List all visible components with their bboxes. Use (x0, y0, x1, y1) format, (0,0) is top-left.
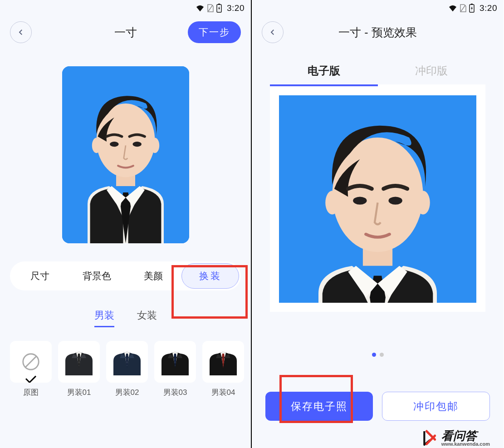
gender-female-tab[interactable]: 女装 (137, 309, 157, 327)
none-icon (20, 351, 41, 372)
preview-tab-digital[interactable]: 电子版 (270, 57, 378, 84)
outfit-label: 男装02 (106, 387, 148, 398)
dot-1 (372, 353, 376, 357)
outfit-label: 男装04 (202, 387, 244, 398)
watermark-url: www.kanwenda.com (441, 442, 490, 447)
sim-icon (207, 4, 214, 13)
watermark-title: 看问答 (441, 430, 490, 442)
outfit-label: 原图 (10, 387, 52, 398)
page-title: 一寸 - 预览效果 (252, 25, 504, 40)
print-ship-button[interactable]: 冲印包邮 (382, 392, 490, 421)
battery-icon (469, 3, 475, 13)
back-button[interactable] (10, 21, 32, 43)
preview-tab-print[interactable]: 冲印版 (378, 57, 486, 84)
action-buttons: 保存电子照 冲印包邮 (252, 392, 504, 421)
preview-screen: 3:20 一寸 - 预览效果 电子版 冲印版 保存电子照 冲印包邮 (252, 0, 504, 448)
tool-tabs: 尺寸 背景色 美颜 换装 (10, 261, 241, 290)
outfit-male-01[interactable]: 男装01 (58, 341, 100, 398)
editor-screen: 3:20 一寸 下一步 尺寸 背景色 美颜 换装 男装 女装 (0, 0, 252, 448)
header: 一寸 下一步 (0, 16, 251, 48)
gender-tabs: 男装 女装 (0, 309, 251, 327)
preview-card (270, 84, 485, 312)
outfit-male-03[interactable]: 男装03 (154, 341, 196, 398)
outfit-male-02[interactable]: 男装02 (106, 341, 148, 398)
outfit-list[interactable]: 原图 男装01 男装02 男装03 男装04 (0, 327, 251, 398)
tool-beauty[interactable]: 美颜 (125, 263, 182, 289)
header: 一寸 - 预览效果 (252, 16, 504, 48)
svg-line-7 (208, 5, 213, 11)
preview-image (279, 95, 476, 303)
battery-icon (216, 3, 222, 13)
outfit-original[interactable]: 原图 (10, 341, 52, 398)
gender-male-tab[interactable]: 男装 (94, 309, 114, 327)
outfit-label: 男装01 (58, 387, 100, 398)
save-digital-button[interactable]: 保存电子照 (265, 392, 373, 421)
wifi-icon (448, 4, 458, 12)
tool-bgcolor[interactable]: 背景色 (69, 263, 125, 289)
svg-line-11 (25, 356, 37, 368)
back-button[interactable] (262, 21, 284, 43)
svg-line-12 (461, 5, 465, 11)
outfit-label: 男装03 (154, 387, 196, 398)
tool-outfit[interactable]: 换装 (181, 263, 239, 289)
dot-2 (380, 353, 384, 357)
svg-rect-14 (471, 4, 473, 5)
photo-preview (62, 66, 189, 243)
svg-rect-9 (218, 4, 220, 5)
wifi-icon (195, 4, 205, 12)
watermark-icon (421, 429, 439, 447)
status-time: 3:20 (227, 3, 245, 13)
preview-tabs: 电子版 冲印版 (270, 57, 485, 84)
page-indicator (252, 353, 504, 357)
outfit-male-04[interactable]: 男装04 (202, 341, 244, 398)
tool-size[interactable]: 尺寸 (12, 263, 69, 289)
status-time: 3:20 (480, 3, 497, 13)
next-button[interactable]: 下一步 (188, 21, 241, 43)
sim-icon (460, 4, 467, 13)
watermark: 看问答 www.kanwenda.com (421, 429, 490, 447)
statusbar: 3:20 (0, 0, 251, 16)
statusbar: 3:20 (252, 0, 504, 16)
